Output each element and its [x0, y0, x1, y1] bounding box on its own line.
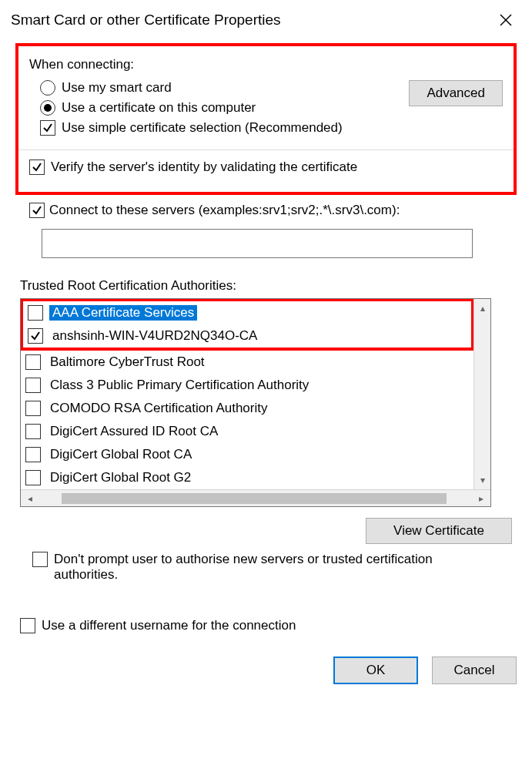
- scroll-right-icon[interactable]: ▸: [472, 493, 490, 504]
- dialog-title: Smart Card or other Certificate Properti…: [11, 12, 281, 29]
- list-item[interactable]: anshsinh-WIN-V4URD2NQ34O-CA: [23, 324, 471, 348]
- radio-icon: [40, 80, 55, 96]
- radio-label: Use a certificate on this computer: [62, 100, 256, 116]
- checkbox-label: Connect to these servers (examples:srv1;…: [49, 203, 400, 218]
- list-item-label: COMODO RSA Certification Authority: [47, 401, 270, 416]
- list-item[interactable]: DigiCert Global Root CA: [21, 443, 473, 466]
- servers-input[interactable]: [42, 229, 473, 258]
- trusted-root-listbox[interactable]: AAA Certificate Servicesanshsinh-WIN-V4U…: [20, 298, 491, 507]
- radio-use-cert-on-computer[interactable]: Use a certificate on this computer: [29, 100, 343, 116]
- checkbox-icon: [29, 203, 45, 218]
- list-item-label: anshsinh-WIN-V4URD2NQ34O-CA: [49, 328, 260, 344]
- close-button[interactable]: [492, 6, 520, 34]
- checkbox-icon: [40, 120, 55, 136]
- horizontal-scrollbar[interactable]: ◂ ▸: [21, 489, 490, 506]
- close-icon: [499, 13, 513, 27]
- checkbox-icon[interactable]: [28, 328, 43, 344]
- scroll-down-icon[interactable]: ▾: [474, 471, 491, 489]
- checkbox-label: Use a different username for the connect…: [42, 618, 296, 633]
- scroll-thumb[interactable]: [62, 493, 447, 504]
- highlight-box-ca: AAA Certificate Servicesanshsinh-WIN-V4U…: [21, 299, 473, 351]
- checkbox-connect-servers[interactable]: Connect to these servers (examples:srv1;…: [29, 203, 517, 218]
- checkbox-icon: [29, 160, 45, 175]
- list-item-label: Class 3 Public Primary Certification Aut…: [47, 378, 312, 393]
- list-item-label: DigiCert Assured ID Root CA: [47, 424, 221, 439]
- checkbox-verify-server[interactable]: Verify the server's identity by validati…: [29, 160, 503, 175]
- list-item[interactable]: DigiCert Global Root G2: [21, 466, 473, 489]
- checkbox-dont-prompt[interactable]: Don't prompt user to authorise new serve…: [32, 552, 512, 583]
- checkbox-icon: [32, 552, 48, 567]
- list-item[interactable]: COMODO RSA Certification Authority: [21, 397, 473, 420]
- checkbox-icon[interactable]: [25, 378, 41, 393]
- list-item-label: Baltimore CyberTrust Root: [47, 354, 208, 370]
- checkbox-icon[interactable]: [25, 447, 41, 462]
- scroll-up-icon[interactable]: ▴: [474, 299, 491, 317]
- radio-use-smart-card[interactable]: Use my smart card: [29, 80, 343, 96]
- cancel-button[interactable]: Cancel: [432, 657, 517, 684]
- checkbox-label: Don't prompt user to authorise new serve…: [54, 552, 485, 583]
- vertical-scrollbar[interactable]: ▴ ▾: [473, 299, 490, 489]
- checkbox-label: Verify the server's identity by validati…: [51, 160, 357, 175]
- list-item[interactable]: Baltimore CyberTrust Root: [21, 351, 473, 374]
- advanced-button[interactable]: Advanced: [409, 80, 503, 106]
- checkbox-icon[interactable]: [25, 470, 41, 485]
- checkbox-icon: [20, 618, 35, 633]
- ok-button[interactable]: OK: [333, 657, 418, 684]
- checkbox-icon[interactable]: [25, 401, 41, 416]
- list-item-label: DigiCert Global Root G2: [47, 470, 194, 485]
- trusted-root-label: Trusted Root Certification Authorities:: [20, 278, 517, 294]
- list-item[interactable]: DigiCert Assured ID Root CA: [21, 420, 473, 443]
- radio-label: Use my smart card: [62, 80, 172, 96]
- radio-icon: [40, 100, 55, 116]
- dialog-button-bar: OK Cancel: [15, 657, 517, 684]
- list-item-label: AAA Certificate Services: [49, 305, 197, 321]
- dialog-content: When connecting: Use my smart card Use a…: [0, 40, 532, 692]
- checkbox-icon[interactable]: [25, 424, 41, 439]
- checkbox-simple-selection[interactable]: Use simple certificate selection (Recomm…: [29, 120, 343, 136]
- checkbox-icon[interactable]: [28, 305, 43, 321]
- divider: [18, 149, 514, 150]
- view-certificate-button[interactable]: View Certificate: [366, 518, 512, 544]
- list-item-label: DigiCert Global Root CA: [47, 447, 195, 462]
- list-item[interactable]: AAA Certificate Services: [23, 301, 471, 324]
- checkbox-icon[interactable]: [25, 354, 41, 370]
- list-item[interactable]: Class 3 Public Primary Certification Aut…: [21, 374, 473, 397]
- checkbox-use-diff-username[interactable]: Use a different username for the connect…: [20, 618, 517, 633]
- when-connecting-label: When connecting:: [29, 57, 343, 72]
- highlight-box-connecting: When connecting: Use my smart card Use a…: [15, 43, 517, 195]
- titlebar: Smart Card or other Certificate Properti…: [0, 0, 532, 40]
- scroll-left-icon[interactable]: ◂: [21, 493, 39, 504]
- checkbox-label: Use simple certificate selection (Recomm…: [62, 120, 343, 136]
